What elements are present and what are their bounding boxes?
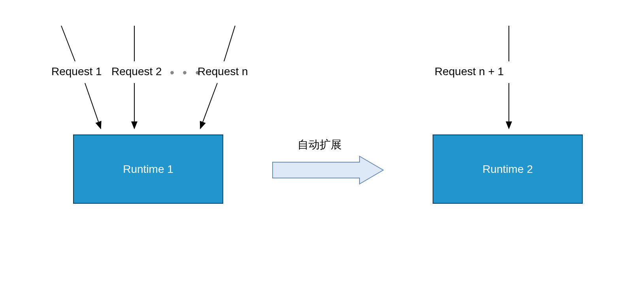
svg-marker-12 [273, 156, 383, 184]
svg-line-1 [61, 26, 75, 61]
svg-line-2 [85, 83, 101, 129]
autoscale-arrow-icon [269, 154, 387, 186]
runtime-1-label: Runtime 1 [123, 163, 173, 176]
autoscale-label: 自动扩展 [298, 137, 342, 152]
svg-line-8 [200, 83, 217, 129]
runtime-1-box: Runtime 1 [73, 134, 223, 204]
request-n-plus-1-label: Request n + 1 [435, 65, 504, 78]
svg-line-7 [224, 26, 235, 61]
arrow-request-n-plus-1-icon [501, 22, 517, 136]
arrow-request-2-icon [126, 22, 142, 136]
autoscale-diagram: Request 1 Request 2 • • • Request n Requ… [0, 0, 644, 303]
runtime-2-label: Runtime 2 [482, 163, 533, 176]
arrow-request-n-icon [182, 22, 253, 136]
arrow-request-1-icon [51, 22, 130, 136]
runtime-2-box: Runtime 2 [433, 134, 583, 204]
